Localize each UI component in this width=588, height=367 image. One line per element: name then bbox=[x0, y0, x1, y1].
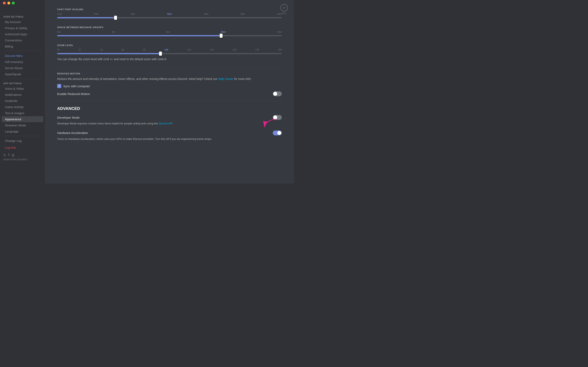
hardware-acceleration-label: Hardware Acceleration bbox=[57, 131, 88, 134]
zoom-level-slider[interactable] bbox=[57, 52, 282, 55]
sidebar-item-log-out[interactable]: Log Out bbox=[2, 145, 43, 150]
sidebar-divider-2 bbox=[3, 79, 42, 79]
sidebar-item-voice-video[interactable]: Voice & Video bbox=[2, 86, 43, 92]
facebook-icon[interactable]: f bbox=[8, 153, 9, 157]
sidebar-item-language[interactable]: Language bbox=[2, 128, 43, 134]
chat-font-thumb[interactable] bbox=[114, 16, 117, 20]
space-groups-ticks: 0px 4px 8px 16px 24px bbox=[57, 31, 282, 33]
hardware-acceleration-item: Hardware Acceleration Turns on Hardware … bbox=[57, 131, 282, 141]
toggle-knob-developer bbox=[273, 115, 277, 119]
tick-175: 175 bbox=[255, 49, 259, 51]
divider-1 bbox=[57, 67, 282, 67]
twitter-icon[interactable]: 𝕏 bbox=[3, 153, 6, 157]
hardware-acceleration-description: Turns on Hardware Acceleration, which us… bbox=[57, 137, 282, 141]
zoom-level-ticks: 50 67 75 80 90 100 110 125 150 175 200 bbox=[57, 49, 282, 51]
sidebar-divider-1 bbox=[3, 51, 42, 51]
checkmark-icon: ✓ bbox=[58, 85, 61, 88]
sidebar-item-game-activity[interactable]: Game Activity bbox=[2, 104, 43, 110]
space-groups-container: SPACE BETWEEN MESSAGE GROUPS 0px 4px 8px… bbox=[57, 26, 282, 38]
esc-circle[interactable]: ✕ bbox=[281, 4, 288, 11]
enable-reduced-motion-label: Enable Reduced Motion bbox=[57, 92, 90, 96]
chat-font-scaling-container: CHAT FONT SCALING 12px 14px 15px 16px 18… bbox=[57, 8, 282, 20]
sidebar-divider-3 bbox=[3, 136, 42, 136]
tick-50: 50 bbox=[57, 49, 60, 51]
developer-mode-toggle[interactable] bbox=[273, 115, 282, 120]
enable-reduced-motion-row: Enable Reduced Motion bbox=[57, 91, 282, 96]
sidebar-item-connections[interactable]: Connections bbox=[2, 37, 43, 43]
developer-mode-label: Developer Mode bbox=[57, 116, 80, 119]
sidebar: USER SETTINGS My Account Privacy & Safet… bbox=[0, 0, 45, 184]
sidebar-item-server-boost[interactable]: Server Boost bbox=[2, 65, 43, 71]
space-groups-thumb[interactable] bbox=[220, 34, 223, 38]
developer-mode-row: Developer Mode bbox=[57, 115, 282, 120]
sidebar-item-appearance[interactable]: Appearance bbox=[2, 116, 43, 122]
toggle-knob-hardware bbox=[277, 131, 281, 135]
sync-label: Sync with computer bbox=[63, 84, 90, 88]
main-content: ✕ ESC CHAT FONT SCALING 12px 14px 15px 1… bbox=[45, 0, 294, 184]
sidebar-item-streamer-mode[interactable]: Streamer Mode bbox=[2, 122, 43, 128]
tick-200: 200 bbox=[278, 49, 282, 51]
help-center-link[interactable]: Help Center bbox=[218, 77, 233, 81]
instagram-icon[interactable]: ◎ bbox=[12, 153, 15, 157]
chat-font-scaling-label: CHAT FONT SCALING bbox=[57, 8, 282, 11]
social-icons: 𝕏 f ◎ bbox=[3, 153, 42, 157]
sidebar-item-notifications[interactable]: Notifications bbox=[2, 92, 43, 98]
tick-67: 67 bbox=[79, 49, 81, 51]
hardware-acceleration-toggle[interactable] bbox=[273, 131, 282, 135]
sidebar-item-hypesquad[interactable]: HypeSquad bbox=[2, 71, 43, 77]
tick-16px-active: 16px bbox=[167, 13, 172, 15]
discord-api-link[interactable]: Discord API bbox=[158, 122, 172, 125]
zoom-level-track bbox=[57, 53, 282, 54]
tick-100-active: 100 bbox=[164, 49, 168, 51]
chat-font-slider[interactable] bbox=[57, 16, 282, 20]
tick-14px: 14px bbox=[94, 13, 99, 15]
tick-90: 90 bbox=[143, 49, 145, 51]
tick-125: 125 bbox=[210, 49, 214, 51]
space-groups-fill bbox=[57, 35, 221, 36]
space-groups-track bbox=[57, 35, 282, 36]
app-settings-label: APP SETTINGS bbox=[0, 81, 45, 85]
tick-24px: 24px bbox=[277, 13, 282, 15]
tick-8px: 8px bbox=[166, 31, 170, 33]
sidebar-footer: 𝕏 f ◎ Stable 67364 (0d1db82) bbox=[0, 151, 45, 163]
close-button[interactable] bbox=[3, 2, 6, 4]
minimize-button[interactable] bbox=[7, 2, 10, 4]
enable-reduced-motion-toggle[interactable] bbox=[273, 91, 282, 96]
tick-110: 110 bbox=[187, 49, 191, 51]
chat-font-track bbox=[57, 17, 282, 18]
tick-0px: 0px bbox=[57, 31, 61, 33]
sidebar-item-my-account[interactable]: My Account bbox=[2, 19, 43, 25]
tick-150: 150 bbox=[233, 49, 236, 51]
sidebar-item-privacy-safety[interactable]: Privacy & Safety bbox=[2, 25, 43, 31]
space-groups-slider[interactable] bbox=[57, 34, 282, 38]
sidebar-item-gift-inventory[interactable]: Gift Inventory bbox=[2, 59, 43, 65]
sidebar-item-billing[interactable]: Billing bbox=[2, 43, 43, 49]
tick-75: 75 bbox=[100, 49, 103, 51]
app-container: USER SETTINGS My Account Privacy & Safet… bbox=[0, 0, 294, 184]
sidebar-item-text-images[interactable]: Text & Images bbox=[2, 110, 43, 116]
tick-80: 80 bbox=[121, 49, 124, 51]
advanced-title: ADVANCED bbox=[57, 106, 282, 111]
sidebar-item-authorized-apps[interactable]: Authorized Apps bbox=[2, 31, 43, 37]
space-groups-label: SPACE BETWEEN MESSAGE GROUPS bbox=[57, 26, 282, 29]
maximize-button[interactable] bbox=[12, 2, 15, 4]
tick-16px-space-active: 16px bbox=[221, 31, 226, 33]
sync-checkbox[interactable]: ✓ bbox=[57, 84, 61, 88]
tick-4px: 4px bbox=[112, 31, 115, 33]
chat-font-fill bbox=[57, 17, 116, 18]
tick-20px: 20px bbox=[240, 13, 245, 15]
sidebar-item-change-log[interactable]: Change Log bbox=[2, 138, 43, 144]
tick-12px: 12px bbox=[57, 13, 62, 15]
zoom-level-fill bbox=[57, 53, 160, 54]
zoom-level-container: ZOOM LEVEL 50 67 75 80 90 100 110 125 15… bbox=[57, 44, 282, 61]
sidebar-item-keybinds[interactable]: Keybinds bbox=[2, 98, 43, 104]
developer-mode-description: Developer Mode exposes context menu item… bbox=[57, 122, 282, 125]
reduced-motion-description: Reduce the amount and intensity of anima… bbox=[57, 77, 282, 81]
zoom-level-thumb[interactable] bbox=[159, 52, 162, 56]
traffic-lights[interactable] bbox=[3, 2, 15, 4]
esc-label: ESC bbox=[282, 12, 287, 15]
reduced-motion-section: REDUCED MOTION Reduce the amount and int… bbox=[57, 72, 282, 96]
sidebar-item-discord-nitro[interactable]: Discord Nitro bbox=[2, 53, 43, 59]
tick-15px: 15px bbox=[130, 13, 135, 15]
chat-font-ticks: 12px 14px 15px 16px 18px 20px 24px bbox=[57, 13, 282, 15]
